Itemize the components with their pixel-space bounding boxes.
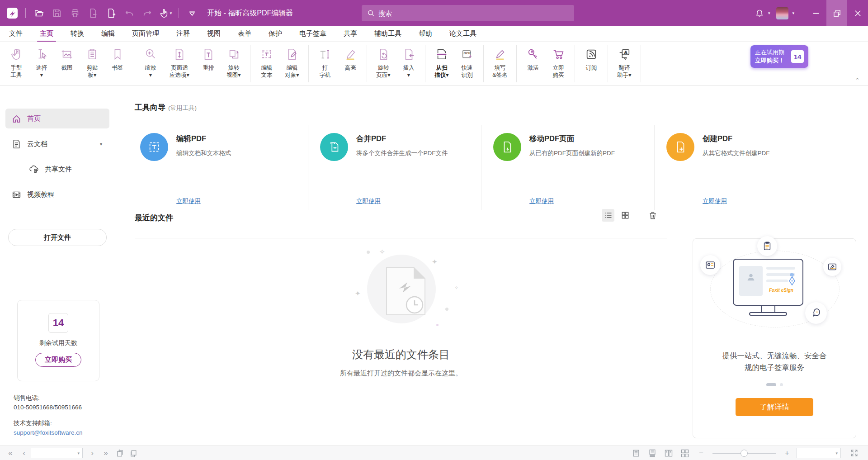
chevron-down-icon[interactable]: ▾ [833,451,840,455]
rotate-view-button[interactable]: 旋转 视图▾ [221,45,246,79]
prev-page-icon[interactable]: ‹ [17,449,31,458]
edit-text-button[interactable]: 编辑 文本 [254,45,279,79]
open-file-button[interactable]: 打开文件 [8,229,107,246]
two-page-view-button[interactable] [662,448,675,459]
tool-card-desc: 编辑文档和文本格式 [176,149,231,157]
reflow-label: 重排 [203,64,214,71]
learn-more-button[interactable]: 了解详情 [736,398,813,416]
zoom-button[interactable]: 缩放 ▾ [138,45,163,79]
select-button[interactable]: 选择 ▾ [29,45,54,79]
highlight-button[interactable]: 高亮 [338,45,363,71]
minimize-button[interactable] [806,0,826,26]
snapshot-button[interactable]: 截图 [54,45,80,71]
fit-page-button[interactable]: 页面适 应选项▾ [163,45,196,79]
support-email-link[interactable]: support@foxitsoftware.cn [14,428,83,438]
empty-illustration: ✦ ✧ ✦ ✧ [342,248,460,343]
last-page-icon[interactable]: » [99,449,113,458]
zoom-slider-thumb[interactable] [741,450,748,457]
zoom-level-input[interactable] [797,450,833,456]
first-page-icon[interactable]: « [4,449,17,458]
menu-tab-paper-tools[interactable]: 论文工具 [448,28,477,40]
page-number-input[interactable] [31,450,75,456]
menu-tab-edit[interactable]: 编辑 [100,28,116,40]
undo-icon[interactable] [122,5,137,21]
account-caret-icon[interactable]: ▾ [792,11,794,15]
list-view-button[interactable] [602,209,614,222]
chevron-down-icon[interactable]: ▾ [75,451,82,455]
print-icon[interactable] [67,5,83,21]
carousel-dot-active[interactable] [766,383,776,386]
insert-button[interactable]: 插入 ▾ [396,45,421,79]
ocr-button[interactable]: OCR 快速 识别 [454,45,480,79]
bookmark-button[interactable]: 书签 [105,45,130,71]
next-view-button[interactable] [126,448,140,459]
subscribe-button[interactable]: 订阅 [579,45,604,71]
sidebar-item-shared-files[interactable]: 共享文件 [5,159,109,179]
next-page-icon[interactable]: › [85,449,99,458]
sidebar-item-video-tutorials[interactable]: 视频教程 [5,185,109,204]
bell-icon[interactable] [752,5,767,21]
fill-sign-button[interactable]: 填写 &签名 [487,45,513,79]
chevron-down-icon[interactable]: ▾ [100,142,102,147]
open-folder-icon[interactable] [31,5,47,21]
sidebar-item-cloud-docs[interactable]: 云文档 ▾ [5,134,109,154]
activate-button[interactable]: 激活 [520,45,546,71]
grid-view-button[interactable] [619,209,632,222]
menu-tab-share[interactable]: 共享 [343,28,358,40]
sidebar-item-home[interactable]: 首页 [5,109,109,128]
menu-tab-protect[interactable]: 保护 [268,28,283,40]
clear-recent-button[interactable] [646,209,659,222]
close-button[interactable] [847,0,868,26]
foxit-logo-icon[interactable] [5,5,20,21]
page-number-combobox[interactable]: ▾ [31,448,83,458]
menu-tab-file[interactable]: 文件 [8,28,24,40]
search-input[interactable] [378,9,569,17]
carousel-dot[interactable] [780,383,783,386]
collapse-toolbar-icon[interactable] [184,5,200,21]
scanner-button[interactable]: 从扫 描仪▾ [429,45,454,79]
menu-tab-comment[interactable]: 注释 [175,28,191,40]
zoom-level-combobox[interactable]: ▾ [797,448,841,458]
single-page-view-button[interactable] [629,448,643,459]
menu-tab-home[interactable]: 主页 [39,28,54,40]
typewriter-button[interactable]: 打 字机 [312,45,338,79]
menu-tab-page-management[interactable]: 页面管理 [131,28,160,40]
use-now-link[interactable]: 立即使用 [176,197,231,205]
buy-cart-icon [552,45,565,63]
buy-now-button[interactable]: 立即 购买 [546,45,571,79]
menu-tab-view[interactable]: 视图 [206,28,222,40]
menu-tab-convert[interactable]: 转换 [70,28,85,40]
rotate-pages-button[interactable]: 旋转 页面▾ [371,45,396,79]
continuous-view-button[interactable] [646,448,659,459]
use-now-link[interactable]: 立即使用 [356,197,448,205]
two-page-continuous-button[interactable] [678,448,692,459]
add-page-icon[interactable] [104,5,119,21]
reflow-button[interactable]: 重排 [196,45,221,71]
bell-caret-icon[interactable]: ▾ [768,11,770,15]
redo-icon[interactable] [140,5,155,21]
zoom-slider[interactable] [712,448,776,459]
zoom-out-button[interactable]: − [694,449,708,458]
use-now-link[interactable]: 立即使用 [703,197,770,205]
avatar[interactable] [776,7,788,19]
hand-pointer-icon[interactable]: ▾ [158,5,173,21]
trial-badge[interactable]: 正在试用期立即购买！ 14 [750,45,808,68]
hand-tool-button[interactable]: 手型 工具 [4,45,29,79]
use-now-link[interactable]: 立即使用 [529,197,615,205]
previous-view-button[interactable] [113,448,126,459]
buy-now-pill-button[interactable]: 立即购买 [35,353,81,367]
search-box[interactable] [362,5,574,21]
ribbon-collapse-chevron-icon[interactable]: ⌃ [855,77,860,84]
menu-tab-accessibility[interactable]: 辅助工具 [373,28,402,40]
translate-button[interactable]: A 翻译 助手▾ [612,45,637,79]
save-icon[interactable] [49,5,65,21]
edit-object-button[interactable]: 编辑 对象▾ [279,45,305,79]
restore-button[interactable] [826,0,847,26]
zoom-in-button[interactable]: + [780,449,794,458]
menu-tab-esign[interactable]: 电子签章 [298,28,327,40]
fullscreen-button[interactable] [847,448,861,459]
delete-page-icon[interactable] [85,5,101,21]
menu-tab-help[interactable]: 帮助 [418,28,433,40]
menu-tab-form[interactable]: 表单 [237,28,252,40]
clipboard-button[interactable]: 剪贴 板▾ [80,45,105,79]
